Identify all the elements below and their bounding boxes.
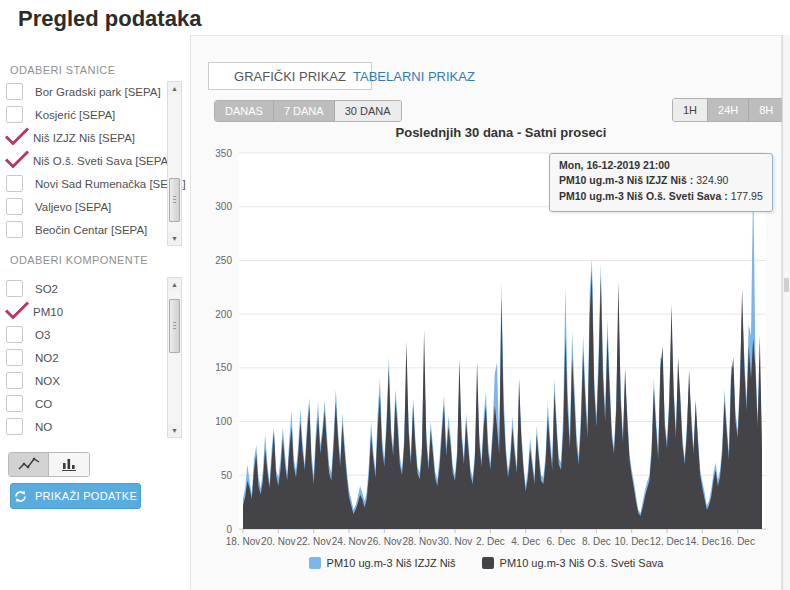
svg-text:28. Nov: 28. Nov — [402, 536, 436, 547]
legend-label: PM10 ug.m-3 Niš O.š. Sveti Sava — [500, 557, 664, 569]
component-row[interactable]: SO2 — [6, 277, 164, 300]
stations-list: Bor Gradski park [SEPA]Kosjerić [SEPA]Ni… — [6, 80, 164, 241]
svg-text:4. Dec: 4. Dec — [511, 536, 540, 547]
stations-scrollbar[interactable]: ▲ ▼ — [167, 81, 182, 246]
bar-chart-icon — [61, 457, 77, 472]
svg-text:100: 100 — [215, 416, 232, 427]
unchecked-checkbox[interactable] — [6, 372, 23, 389]
component-label: NOX — [35, 375, 60, 387]
checked-checkmark-icon[interactable] — [4, 301, 30, 320]
unchecked-checkbox[interactable] — [6, 221, 23, 238]
svg-text:12. Dec: 12. Dec — [650, 536, 684, 547]
legend-label: PM10 ug.m-3 Niš IZJZ Niš — [327, 557, 456, 569]
app-page: Pregled podataka ODABERI STANICE Bor Gra… — [0, 0, 790, 590]
station-label: Valjevo [SEPA] — [35, 201, 111, 213]
station-row[interactable]: Niš IZJZ Niš [SEPA] — [6, 126, 164, 149]
unchecked-checkbox[interactable] — [6, 418, 23, 435]
station-row[interactable]: Niš O.š. Sveti Sava [SEPA] — [6, 149, 164, 172]
svg-text:0: 0 — [226, 524, 232, 535]
chart-title: Poslednjih 30 dana - Satni proseci — [221, 125, 781, 140]
component-label: NO — [35, 421, 52, 433]
svg-text:24. Nov: 24. Nov — [332, 536, 366, 547]
unchecked-checkbox[interactable] — [6, 326, 23, 343]
scrollbar-ridges — [173, 322, 176, 329]
bar-chart-type-button[interactable] — [49, 453, 89, 476]
component-row[interactable]: NO2 — [6, 346, 164, 369]
interval-button-8h[interactable]: 8H — [749, 99, 783, 121]
line-chart-icon — [17, 457, 41, 472]
browser-scrollbar[interactable] — [782, 35, 790, 590]
svg-text:200: 200 — [215, 309, 232, 320]
range-button-30-dana[interactable]: 30 DANA — [335, 101, 401, 121]
station-label: Niš IZJZ Niš [SEPA] — [33, 132, 135, 144]
tooltip-row: PM10 ug.m-3 Niš IZJZ Niš :324.90 — [559, 173, 763, 189]
svg-text:6. Dec: 6. Dec — [547, 536, 576, 547]
station-row[interactable]: Kosjerić [SEPA] — [6, 103, 164, 126]
legend-item[interactable]: PM10 ug.m-3 Niš O.š. Sveti Sava — [482, 557, 664, 569]
tab-table-view[interactable]: TABELARNI PRIKAZ — [339, 62, 489, 90]
svg-text:250: 250 — [215, 255, 232, 266]
station-row[interactable]: Valjevo [SEPA] — [6, 195, 164, 218]
components-list: SO2PM10O3NO2NOXCONO — [6, 277, 164, 438]
component-label: PM10 — [33, 306, 63, 318]
svg-text:150: 150 — [215, 362, 232, 373]
station-label: Beočin Centar [SEPA] — [35, 224, 147, 236]
legend-swatch — [482, 557, 494, 569]
svg-text:50: 50 — [221, 470, 233, 481]
chart-legend: PM10 ug.m-3 Niš IZJZ NišPM10 ug.m-3 Niš … — [191, 557, 781, 569]
svg-text:20. Nov: 20. Nov — [261, 536, 295, 547]
unchecked-checkbox[interactable] — [6, 106, 23, 123]
browser-scrollbar-thumb[interactable] — [784, 278, 789, 292]
station-label: Kosjerić [SEPA] — [35, 109, 115, 121]
station-label: Novi Sad Rumenačka [SEPA] — [35, 178, 186, 190]
components-scrollbar[interactable]: ▲ ▼ — [167, 277, 182, 438]
component-row[interactable]: NOX — [6, 369, 164, 392]
scroll-down-icon[interactable]: ▼ — [168, 232, 181, 245]
svg-text:8. Dec: 8. Dec — [582, 536, 611, 547]
checked-checkmark-icon[interactable] — [4, 127, 30, 146]
scroll-up-icon[interactable]: ▲ — [168, 82, 181, 95]
component-label: NO2 — [35, 352, 59, 364]
range-button-danas[interactable]: DANAS — [215, 101, 274, 121]
unchecked-checkbox[interactable] — [6, 349, 23, 366]
station-row[interactable]: Novi Sad Rumenačka [SEPA] — [6, 172, 164, 195]
show-data-label: PRIKAŽI PODATKE — [35, 490, 137, 502]
interval-button-24h[interactable]: 24H — [708, 99, 749, 121]
date-range-button-group: DANAS7 DANA30 DANA — [214, 100, 402, 122]
scrollbar-thumb[interactable] — [169, 178, 180, 222]
scroll-down-icon[interactable]: ▼ — [168, 424, 181, 437]
tooltip-date: Mon, 16-12-2019 21:00 — [559, 159, 763, 171]
station-label: Niš O.š. Sveti Sava [SEPA] — [33, 155, 171, 167]
legend-item[interactable]: PM10 ug.m-3 Niš IZJZ Niš — [309, 557, 456, 569]
show-data-button[interactable]: PRIKAŽI PODATKE — [10, 483, 141, 509]
component-row[interactable]: NO — [6, 415, 164, 438]
component-label: SO2 — [35, 283, 58, 295]
station-row[interactable]: Beočin Centar [SEPA] — [6, 218, 164, 241]
stations-section-label: ODABERI STANICE — [10, 64, 115, 76]
scrollbar-thumb[interactable] — [169, 299, 180, 353]
chart-tooltip: Mon, 16-12-2019 21:00 PM10 ug.m-3 Niš IZ… — [549, 153, 773, 212]
component-row[interactable]: PM10 — [6, 300, 164, 323]
unchecked-checkbox[interactable] — [6, 83, 23, 100]
line-chart-type-button[interactable] — [9, 453, 49, 476]
range-button-7-dana[interactable]: 7 DANA — [274, 101, 335, 121]
scroll-up-icon[interactable]: ▲ — [168, 278, 181, 291]
scrollbar-ridges — [173, 196, 176, 203]
unchecked-checkbox[interactable] — [6, 280, 23, 297]
svg-text:350: 350 — [215, 148, 232, 159]
interval-button-1h[interactable]: 1H — [673, 99, 708, 121]
station-row[interactable]: Bor Gradski park [SEPA] — [6, 80, 164, 103]
component-row[interactable]: CO — [6, 392, 164, 415]
unchecked-checkbox[interactable] — [6, 198, 23, 215]
component-row[interactable]: O3 — [6, 323, 164, 346]
svg-text:300: 300 — [215, 201, 232, 212]
chart-type-toggle — [8, 452, 90, 477]
scrollbar-track[interactable] — [168, 291, 181, 424]
svg-text:18. Nov: 18. Nov — [226, 536, 260, 547]
svg-text:2. Dec: 2. Dec — [476, 536, 505, 547]
checked-checkmark-icon[interactable] — [4, 150, 30, 169]
scrollbar-track[interactable] — [168, 95, 181, 232]
unchecked-checkbox[interactable] — [6, 395, 23, 412]
unchecked-checkbox[interactable] — [6, 175, 23, 192]
page-title: Pregled podataka — [18, 6, 201, 32]
